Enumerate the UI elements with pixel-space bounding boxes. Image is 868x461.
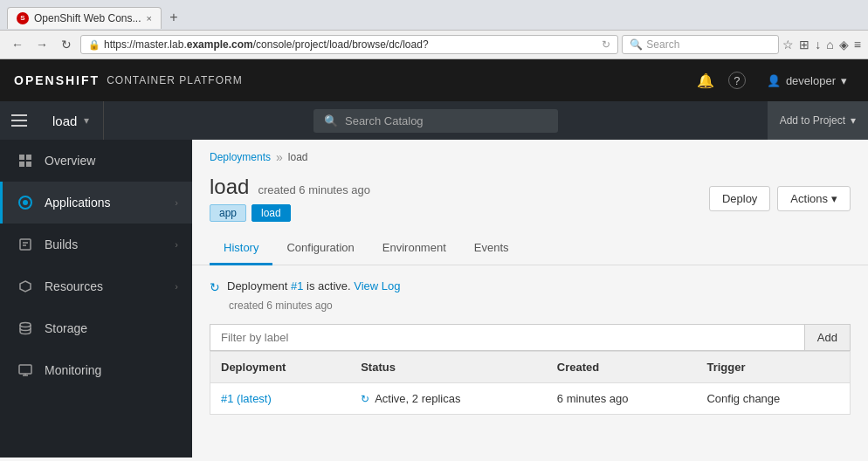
deployment-text-prefix: Deployment (227, 279, 291, 292)
tab-environment[interactable]: Environment (369, 232, 460, 265)
page-title: load (210, 175, 249, 199)
storage-icon (17, 320, 34, 337)
tab-configuration[interactable]: Configuration (272, 232, 368, 265)
main-layout: Overview Applications › Builds › (0, 140, 868, 458)
more-icon[interactable]: ≡ (854, 38, 861, 52)
actions-chevron-icon: ▾ (831, 192, 837, 205)
browser-search-placeholder: Search (646, 38, 679, 51)
svg-rect-10 (19, 365, 31, 374)
sidebar-item-storage-label: Storage (45, 321, 178, 335)
add-to-project-button[interactable]: Add to Project ▾ (768, 101, 868, 140)
sidebar-item-monitoring[interactable]: Monitoring (0, 349, 192, 391)
home-icon[interactable]: ⌂ (826, 38, 833, 52)
monitoring-icon (17, 361, 34, 379)
builds-icon (17, 236, 34, 253)
sidebar: Overview Applications › Builds › (0, 140, 192, 458)
deployment-row-link[interactable]: #1 (latest) (221, 392, 272, 405)
page-subtitle: created 6 minutes ago (258, 183, 370, 196)
project-name: load (52, 114, 77, 128)
user-name: developer (786, 74, 836, 87)
breadcrumb-parent-link[interactable]: Deployments (210, 151, 271, 163)
deployments-table: Deployment Status Created Trigger #1 (la… (210, 351, 851, 415)
table-body: #1 (latest) ↻ Active, 2 replicas 6 minut… (210, 383, 851, 415)
tab-favicon: S (17, 12, 29, 24)
bookmarks-icon[interactable]: ☆ (782, 38, 794, 52)
svg-rect-2 (19, 162, 24, 167)
address-domain: example.com (187, 38, 253, 51)
download-icon[interactable]: ↓ (815, 38, 821, 52)
browser-nav-bar: ← → ↻ 🔒 https://master.lab.example.com/c… (0, 30, 868, 58)
deployment-text-middle: is active. (303, 279, 350, 292)
tag-app[interactable]: app (210, 204, 246, 222)
nav-back-button[interactable]: ← (7, 34, 28, 55)
deploy-button[interactable]: Deploy (709, 186, 770, 211)
svg-point-5 (23, 200, 28, 205)
app-wrapper: OPENSHIFT CONTAINER PLATFORM 🔔 ? 👤 devel… (0, 59, 868, 458)
sidebar-item-resources[interactable]: Resources › (0, 265, 192, 307)
actions-button[interactable]: Actions ▾ (777, 186, 851, 211)
extensions-icon[interactable]: ◈ (839, 38, 849, 52)
user-icon: 👤 (767, 74, 781, 87)
logo-openshift-text: OPENSHIFT (14, 73, 100, 87)
menu-icon[interactable]: ⊞ (799, 38, 809, 52)
project-selector[interactable]: load ▾ (38, 101, 104, 140)
nav-refresh-button[interactable]: ↻ (56, 34, 77, 55)
builds-chevron-icon: › (175, 239, 178, 250)
status-cell-content: ↻ Active, 2 replicas (361, 392, 536, 405)
content-area: Deployments » load load created 6 minute… (192, 140, 868, 458)
top-nav-icons: 🔔 ? 👤 developer ▾ (697, 71, 854, 91)
filter-bar: Add (210, 324, 851, 351)
view-log-link[interactable]: View Log (354, 279, 400, 292)
sidebar-item-monitoring-label: Monitoring (45, 363, 178, 377)
col-status: Status (350, 352, 547, 383)
sidebar-item-overview[interactable]: Overview (0, 140, 192, 182)
filter-add-button[interactable]: Add (804, 324, 851, 351)
help-icon[interactable]: ? (728, 72, 746, 89)
tag-row: app load (210, 204, 370, 222)
address-text: https://master.lab.example.com/console/p… (104, 38, 598, 51)
add-to-project-chevron-icon: ▾ (851, 114, 856, 127)
sidebar-item-storage[interactable]: Storage (0, 307, 192, 349)
catalog-search-input[interactable]: 🔍 Search Catalog (313, 109, 558, 133)
page-header-actions: Deploy Actions ▾ (709, 186, 851, 211)
page-header-left: load created 6 minutes ago app load (210, 175, 370, 222)
svg-rect-3 (26, 162, 31, 167)
catalog-search-placeholder: Search Catalog (345, 114, 424, 127)
filter-input[interactable] (210, 324, 804, 351)
tab-events[interactable]: Events (460, 232, 523, 265)
user-menu[interactable]: 👤 developer ▾ (760, 71, 854, 91)
hamburger-line-3 (11, 125, 27, 127)
actions-button-label: Actions (790, 192, 828, 205)
hamburger-menu-button[interactable] (0, 101, 38, 140)
lock-icon: 🔒 (88, 39, 100, 51)
new-tab-button[interactable]: + (162, 5, 186, 30)
sidebar-item-builds[interactable]: Builds › (0, 224, 192, 265)
browser-search-bar[interactable]: 🔍 Search (622, 35, 779, 54)
address-bar[interactable]: 🔒 https://master.lab.example.com/console… (80, 35, 618, 54)
sidebar-item-resources-label: Resources (45, 279, 164, 293)
browser-nav-icons: ☆ ⊞ ↓ ⌂ ◈ ≡ (782, 38, 861, 52)
add-to-project-label: Add to Project (780, 114, 845, 127)
hamburger-line-1 (11, 114, 27, 116)
nav-forward-button[interactable]: → (31, 34, 52, 55)
notifications-icon[interactable]: 🔔 (697, 72, 714, 89)
deployment-hash-link[interactable]: #1 (291, 279, 303, 292)
tag-load[interactable]: load (251, 204, 291, 222)
cell-trigger: Config change (696, 383, 850, 415)
address-refresh-icon[interactable]: ↻ (602, 38, 610, 51)
search-icon: 🔍 (630, 38, 643, 51)
status-text: Active, 2 replicas (375, 392, 460, 405)
sidebar-item-applications[interactable]: Applications › (0, 182, 192, 224)
tab-history[interactable]: History (210, 232, 272, 265)
page-title-row: load created 6 minutes ago (210, 175, 370, 199)
browser-tab-bar: S OpenShift Web Cons... × + (0, 0, 868, 30)
tab-close-button[interactable]: × (147, 13, 152, 24)
browser-chrome: S OpenShift Web Cons... × + ← → ↻ 🔒 http… (0, 0, 868, 59)
resources-chevron-icon: › (175, 281, 178, 292)
sidebar-item-builds-label: Builds (45, 237, 164, 251)
hamburger-line-2 (11, 120, 27, 121)
svg-point-9 (20, 323, 31, 327)
deployment-status-row: ↻ Deployment #1 is active. View Log (210, 279, 851, 294)
applications-icon (17, 194, 34, 211)
browser-tab-active[interactable]: S OpenShift Web Cons... × (7, 7, 162, 29)
